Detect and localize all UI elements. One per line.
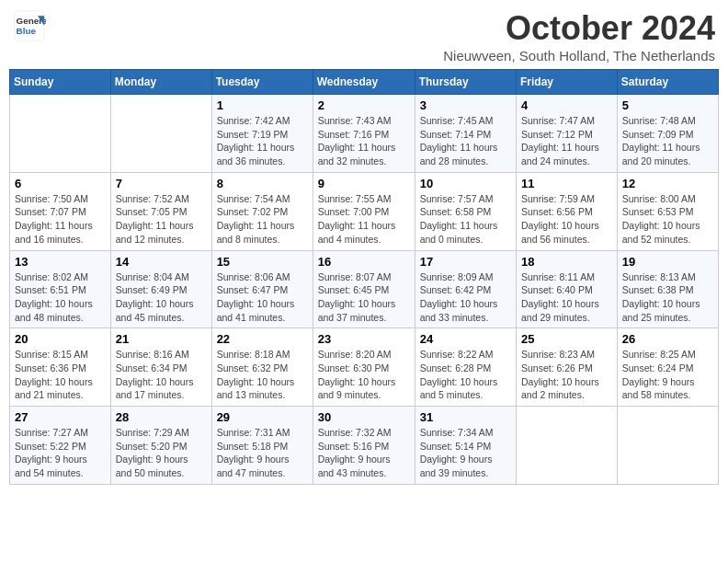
calendar-cell: 21Sunrise: 8:16 AM Sunset: 6:34 PM Dayli…	[110, 328, 211, 407]
day-info: Sunrise: 8:02 AM Sunset: 6:51 PM Dayligh…	[15, 270, 106, 325]
day-info: Sunrise: 7:54 AM Sunset: 7:02 PM Dayligh…	[217, 192, 308, 247]
calendar-cell	[517, 407, 618, 485]
day-number: 20	[15, 332, 106, 346]
day-number: 14	[116, 255, 207, 269]
calendar-cell: 31Sunrise: 7:34 AM Sunset: 5:14 PM Dayli…	[415, 407, 516, 485]
day-info: Sunrise: 7:31 AM Sunset: 5:18 PM Dayligh…	[217, 426, 308, 480]
calendar-cell: 26Sunrise: 8:25 AM Sunset: 6:24 PM Dayli…	[617, 328, 718, 407]
calendar-cell	[110, 95, 211, 173]
day-number: 23	[318, 332, 410, 346]
week-row-3: 13Sunrise: 8:02 AM Sunset: 6:51 PM Dayli…	[10, 250, 719, 328]
calendar-cell: 11Sunrise: 7:59 AM Sunset: 6:56 PM Dayli…	[517, 172, 618, 250]
day-number: 13	[15, 255, 106, 269]
day-number: 3	[420, 98, 511, 112]
day-number: 19	[622, 255, 713, 269]
day-info: Sunrise: 7:32 AM Sunset: 5:16 PM Dayligh…	[318, 426, 410, 480]
day-number: 5	[622, 98, 713, 112]
week-row-4: 20Sunrise: 8:15 AM Sunset: 6:36 PM Dayli…	[10, 328, 719, 407]
day-number: 31	[420, 410, 511, 424]
day-header-thursday: Thursday	[415, 70, 516, 95]
day-info: Sunrise: 7:50 AM Sunset: 7:07 PM Dayligh…	[15, 192, 106, 247]
day-number: 4	[521, 98, 612, 112]
calendar-cell: 4Sunrise: 7:47 AM Sunset: 7:12 PM Daylig…	[517, 95, 618, 173]
calendar-cell: 13Sunrise: 8:02 AM Sunset: 6:51 PM Dayli…	[10, 250, 111, 328]
day-number: 7	[116, 177, 207, 190]
day-info: Sunrise: 8:09 AM Sunset: 6:42 PM Dayligh…	[420, 270, 511, 325]
calendar-header-row: SundayMondayTuesdayWednesdayThursdayFrid…	[10, 70, 719, 95]
calendar-cell: 2Sunrise: 7:43 AM Sunset: 7:16 PM Daylig…	[313, 95, 415, 173]
calendar-cell	[10, 95, 111, 173]
day-number: 29	[217, 410, 308, 424]
day-info: Sunrise: 8:16 AM Sunset: 6:34 PM Dayligh…	[116, 348, 207, 402]
calendar-cell: 18Sunrise: 8:11 AM Sunset: 6:40 PM Dayli…	[517, 250, 618, 328]
day-number: 18	[521, 255, 612, 269]
day-number: 30	[318, 410, 410, 424]
day-info: Sunrise: 7:43 AM Sunset: 7:16 PM Dayligh…	[318, 114, 410, 168]
day-number: 16	[318, 255, 410, 269]
day-info: Sunrise: 7:59 AM Sunset: 6:56 PM Dayligh…	[521, 192, 612, 247]
day-number: 10	[420, 177, 511, 190]
calendar-cell: 14Sunrise: 8:04 AM Sunset: 6:49 PM Dayli…	[110, 250, 211, 328]
day-info: Sunrise: 7:27 AM Sunset: 5:22 PM Dayligh…	[15, 426, 106, 480]
day-number: 11	[521, 177, 612, 190]
day-info: Sunrise: 8:20 AM Sunset: 6:30 PM Dayligh…	[318, 348, 410, 402]
day-info: Sunrise: 7:45 AM Sunset: 7:14 PM Dayligh…	[420, 114, 511, 168]
day-info: Sunrise: 8:25 AM Sunset: 6:24 PM Dayligh…	[622, 348, 713, 402]
day-info: Sunrise: 8:15 AM Sunset: 6:36 PM Dayligh…	[15, 348, 106, 402]
calendar-cell: 15Sunrise: 8:06 AM Sunset: 6:47 PM Dayli…	[211, 250, 313, 328]
day-header-wednesday: Wednesday	[313, 70, 415, 95]
day-number: 1	[217, 98, 308, 112]
day-info: Sunrise: 8:22 AM Sunset: 6:28 PM Dayligh…	[420, 348, 511, 402]
day-number: 2	[318, 98, 410, 112]
day-number: 6	[15, 177, 106, 190]
calendar-cell: 17Sunrise: 8:09 AM Sunset: 6:42 PM Dayli…	[415, 250, 516, 328]
day-header-monday: Monday	[110, 70, 211, 95]
location: Nieuwveen, South Holland, The Netherland…	[443, 48, 715, 63]
calendar-cell: 6Sunrise: 7:50 AM Sunset: 7:07 PM Daylig…	[10, 172, 111, 250]
day-info: Sunrise: 8:04 AM Sunset: 6:49 PM Dayligh…	[116, 270, 207, 325]
day-number: 27	[15, 410, 106, 424]
calendar-cell: 12Sunrise: 8:00 AM Sunset: 6:53 PM Dayli…	[617, 172, 718, 250]
calendar-cell: 28Sunrise: 7:29 AM Sunset: 5:20 PM Dayli…	[110, 407, 211, 485]
day-info: Sunrise: 7:29 AM Sunset: 5:20 PM Dayligh…	[116, 426, 207, 480]
day-number: 15	[217, 255, 308, 269]
day-number: 8	[217, 177, 308, 190]
day-info: Sunrise: 8:13 AM Sunset: 6:38 PM Dayligh…	[622, 270, 713, 325]
day-info: Sunrise: 8:00 AM Sunset: 6:53 PM Dayligh…	[622, 192, 713, 247]
calendar-cell: 1Sunrise: 7:42 AM Sunset: 7:19 PM Daylig…	[211, 95, 313, 173]
day-info: Sunrise: 7:34 AM Sunset: 5:14 PM Dayligh…	[420, 426, 511, 480]
calendar-cell: 30Sunrise: 7:32 AM Sunset: 5:16 PM Dayli…	[313, 407, 415, 485]
day-number: 28	[116, 410, 207, 424]
day-number: 21	[116, 332, 207, 346]
calendar-cell: 8Sunrise: 7:54 AM Sunset: 7:02 PM Daylig…	[211, 172, 313, 250]
day-info: Sunrise: 8:06 AM Sunset: 6:47 PM Dayligh…	[217, 270, 308, 325]
day-info: Sunrise: 7:55 AM Sunset: 7:00 PM Dayligh…	[318, 192, 410, 247]
day-header-tuesday: Tuesday	[211, 70, 313, 95]
calendar-cell: 19Sunrise: 8:13 AM Sunset: 6:38 PM Dayli…	[617, 250, 718, 328]
logo: General Blue	[13, 9, 46, 42]
day-header-saturday: Saturday	[617, 70, 718, 95]
day-number: 24	[420, 332, 511, 346]
day-header-sunday: Sunday	[10, 70, 111, 95]
calendar-cell: 25Sunrise: 8:23 AM Sunset: 6:26 PM Dayli…	[517, 328, 618, 407]
title-area: October 2024 Nieuwveen, South Holland, T…	[443, 9, 715, 63]
calendar-table: SundayMondayTuesdayWednesdayThursdayFrid…	[9, 69, 719, 485]
day-info: Sunrise: 7:48 AM Sunset: 7:09 PM Dayligh…	[622, 114, 713, 168]
day-info: Sunrise: 8:23 AM Sunset: 6:26 PM Dayligh…	[521, 348, 612, 402]
day-number: 25	[521, 332, 612, 346]
calendar-cell: 16Sunrise: 8:07 AM Sunset: 6:45 PM Dayli…	[313, 250, 415, 328]
day-header-friday: Friday	[517, 70, 618, 95]
logo-icon: General Blue	[13, 9, 46, 42]
calendar-cell: 29Sunrise: 7:31 AM Sunset: 5:18 PM Dayli…	[211, 407, 313, 485]
calendar-cell: 27Sunrise: 7:27 AM Sunset: 5:22 PM Dayli…	[10, 407, 111, 485]
day-number: 22	[217, 332, 308, 346]
day-info: Sunrise: 8:07 AM Sunset: 6:45 PM Dayligh…	[318, 270, 410, 325]
day-info: Sunrise: 7:47 AM Sunset: 7:12 PM Dayligh…	[521, 114, 612, 168]
week-row-5: 27Sunrise: 7:27 AM Sunset: 5:22 PM Dayli…	[10, 407, 719, 485]
day-number: 26	[622, 332, 713, 346]
day-info: Sunrise: 7:52 AM Sunset: 7:05 PM Dayligh…	[116, 192, 207, 247]
week-row-2: 6Sunrise: 7:50 AM Sunset: 7:07 PM Daylig…	[10, 172, 719, 250]
calendar-cell: 20Sunrise: 8:15 AM Sunset: 6:36 PM Dayli…	[10, 328, 111, 407]
calendar-cell: 5Sunrise: 7:48 AM Sunset: 7:09 PM Daylig…	[617, 95, 718, 173]
calendar-cell: 3Sunrise: 7:45 AM Sunset: 7:14 PM Daylig…	[415, 95, 516, 173]
